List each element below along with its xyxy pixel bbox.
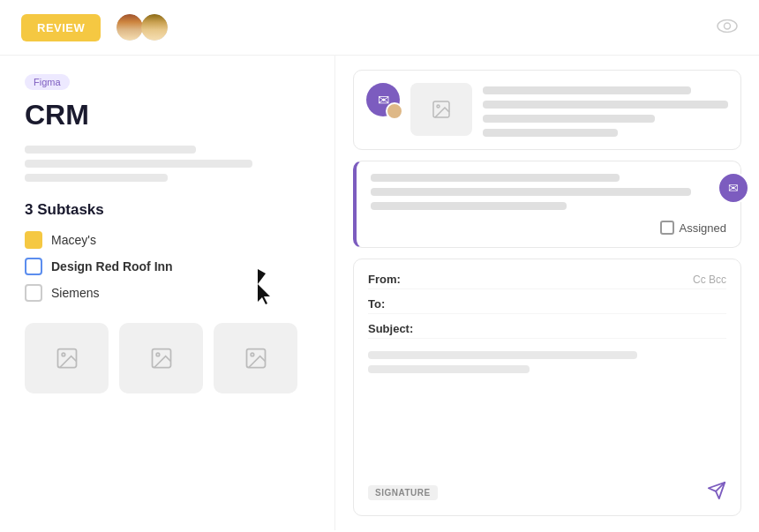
checkbox[interactable] (660, 221, 674, 235)
right-panel: ✉ (335, 56, 759, 530)
email-thumbnail (410, 83, 472, 136)
svg-point-5 (156, 353, 160, 356)
body-line-1 (368, 351, 637, 359)
eye-icon[interactable] (717, 18, 738, 38)
subtask-icon-gray (25, 284, 42, 302)
avatar-1 (115, 12, 145, 42)
send-icon[interactable] (707, 481, 726, 505)
card2-line-1 (371, 174, 620, 182)
assigned-checkbox[interactable]: Assigned (660, 221, 726, 235)
avatar-2 (139, 12, 169, 42)
email-line-3 (483, 115, 655, 123)
image-placeholder-3 (214, 323, 297, 393)
list-item[interactable]: Siemens (25, 284, 310, 302)
email-sender-avatar: ✉ (366, 83, 400, 116)
assigned-label: Assigned (680, 221, 726, 235)
subtask-icon-yellow (25, 231, 42, 249)
subject-label: Subject: (368, 322, 417, 335)
list-item[interactable]: Design Red Roof Inn (25, 258, 310, 275)
list-item[interactable]: Macey's (25, 231, 310, 249)
header: REVIEW (0, 0, 759, 56)
email-line-2 (483, 101, 728, 109)
subtasks-heading: 3 Subtasks (25, 201, 310, 219)
left-panel: Figma CRM 3 Subtasks Macey's Design Red … (0, 56, 335, 530)
svg-point-1 (725, 23, 731, 29)
cc-bcc-label[interactable]: Cc Bcc (693, 273, 726, 286)
subtask-label-redroof: Design Red Roof Inn (51, 259, 173, 273)
main-layout: Figma CRM 3 Subtasks Macey's Design Red … (0, 56, 759, 530)
subtask-label-maceys: Macey's (51, 233, 96, 247)
signature-badge: SIGNATURE (368, 485, 438, 500)
email-line-1 (483, 86, 691, 94)
card2-mail-icon: ✉ (728, 181, 739, 195)
image-grid (25, 323, 310, 393)
compose-area[interactable]: From: Cc Bcc To: Subject: SIGNATURE (353, 259, 741, 516)
svg-point-9 (437, 105, 440, 108)
compose-from-field: From: Cc Bcc (368, 270, 726, 289)
email-card-2[interactable]: Assigned ✉ (353, 161, 741, 248)
email-line-4 (483, 129, 618, 137)
desc-line-3 (25, 174, 168, 182)
svg-point-7 (251, 353, 254, 356)
compose-body[interactable] (368, 344, 726, 470)
card2-footer: Assigned (371, 221, 726, 235)
subtask-label-siemens: Siemens (51, 286, 99, 300)
email-card-top: ✉ (354, 71, 740, 149)
card2-avatar: ✉ (718, 172, 749, 204)
card2-text-lines (371, 174, 726, 210)
compose-to-field: To: (368, 295, 726, 314)
compose-subject-field: Subject: (368, 319, 726, 339)
avatar-group (115, 12, 169, 42)
image-placeholder-1 (25, 323, 109, 393)
card2-line-2 (371, 188, 691, 196)
sender-person-img (386, 102, 403, 120)
desc-line-2 (25, 160, 252, 168)
email-preview (410, 83, 728, 137)
image-placeholder-2 (119, 323, 203, 393)
compose-footer: SIGNATURE (368, 481, 726, 505)
subtask-icon-blue (25, 258, 42, 275)
email-text-preview (483, 83, 728, 137)
from-label: From: (368, 273, 417, 286)
svg-point-3 (62, 353, 65, 356)
review-button[interactable]: REVIEW (21, 14, 101, 41)
email-card-1[interactable]: ✉ (353, 70, 741, 150)
description-lines (25, 146, 310, 182)
to-label: To: (368, 297, 417, 311)
body-line-2 (368, 365, 530, 373)
desc-line-1 (25, 146, 196, 154)
figma-badge: Figma (25, 74, 70, 90)
subtask-list: Macey's Design Red Roof Inn Siemens (25, 231, 310, 302)
card2-line-3 (371, 202, 567, 210)
page-title: CRM (25, 99, 310, 131)
svg-point-0 (718, 20, 737, 33)
